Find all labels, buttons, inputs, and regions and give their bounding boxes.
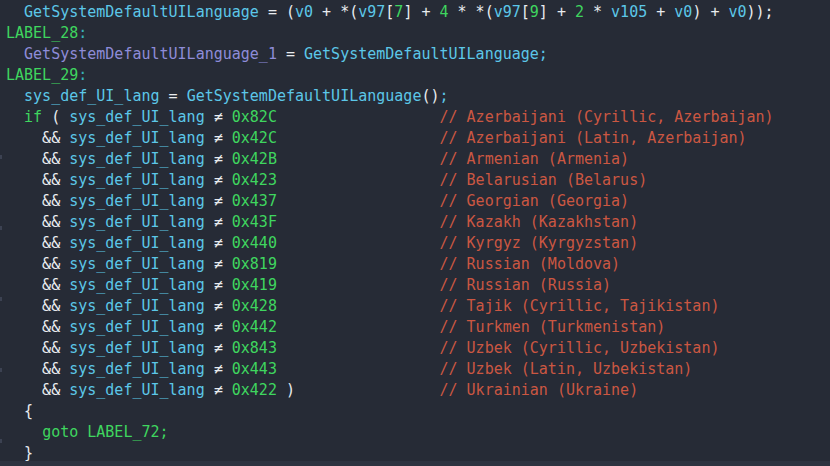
comment-padding (277, 276, 440, 294)
code-token: ≠ (205, 192, 232, 210)
code-token: && (6, 234, 69, 252)
code-token: && (6, 150, 69, 168)
code-token: v0 (729, 3, 747, 21)
code-token: [ (385, 3, 394, 21)
code-token: 0x419 (232, 276, 277, 294)
code-line[interactable]: GetSystemDefaultUILanguage_1 = GetSystem… (6, 44, 830, 65)
code-token: ) + (692, 3, 728, 21)
code-line[interactable]: && sys_def_UI_lang ≠ 0x422 ) // Ukrainia… (6, 380, 830, 401)
code-token: sys_def_UI_lang (69, 276, 204, 294)
code-line[interactable]: && sys_def_UI_lang ≠ 0x42B // Armenian (… (6, 149, 830, 170)
code-line[interactable]: && sys_def_UI_lang ≠ 0x419 // Russian (R… (6, 275, 830, 296)
code-token: ≠ (205, 381, 232, 399)
code-token: v0 (295, 3, 313, 21)
code-token: 0x437 (232, 192, 277, 210)
code-token: 0x440 (232, 234, 277, 252)
code-line[interactable]: LABEL_29: (6, 65, 830, 86)
code-comment: // Turkmen (Turkmenistan) (440, 318, 666, 336)
code-token: sys_def_UI_lang (69, 150, 204, 168)
gutter-mark (0, 439, 2, 443)
comment-padding (277, 150, 440, 168)
code-token (6, 3, 24, 21)
code-token: 0x422 (232, 381, 277, 399)
code-token: && (6, 339, 69, 357)
code-token: ≠ (205, 171, 232, 189)
code-token: GetSystemDefaultUILanguage; (304, 45, 548, 63)
code-line[interactable]: && sys_def_UI_lang ≠ 0x43F // Kazakh (Ka… (6, 212, 830, 233)
gutter-mark (0, 226, 2, 230)
code-token: && (6, 171, 69, 189)
code-token: GetSystemDefaultUILanguage (187, 87, 422, 105)
code-line[interactable]: if ( sys_def_UI_lang ≠ 0x82C // Azerbaij… (6, 107, 830, 128)
code-token: if (24, 108, 42, 126)
code-line[interactable]: && sys_def_UI_lang ≠ 0x443 // Uzbek (Lat… (6, 359, 830, 380)
comment-padding (277, 297, 440, 315)
gutter-mark (0, 155, 2, 159)
code-token: && (6, 255, 69, 273)
code-token: GetSystemDefaultUILanguage (24, 3, 259, 21)
code-token: 0x428 (232, 297, 277, 315)
code-comment: // Tajik (Cyrillic, Tajikistan) (440, 297, 720, 315)
code-token: = (160, 87, 187, 105)
comment-padding (277, 339, 440, 357)
code-token: 0x43F (232, 213, 277, 231)
gutter-mark (0, 368, 2, 372)
code-token: sys_def_UI_lang (24, 87, 159, 105)
code-token: ≠ (205, 108, 232, 126)
code-token: ≠ (205, 339, 232, 357)
comment-padding (295, 381, 440, 399)
code-token: * *( (449, 3, 494, 21)
code-line[interactable]: LABEL_28: (6, 23, 830, 44)
code-line[interactable]: && sys_def_UI_lang ≠ 0x428 // Tajik (Cyr… (6, 296, 830, 317)
code-token: 2 (575, 3, 584, 21)
code-line[interactable]: && sys_def_UI_lang ≠ 0x42C // Azerbaijan… (6, 128, 830, 149)
code-token: [ (521, 3, 530, 21)
code-token: ≠ (205, 150, 232, 168)
code-line[interactable]: && sys_def_UI_lang ≠ 0x437 // Georgian (… (6, 191, 830, 212)
comment-padding (277, 171, 440, 189)
code-token: * (584, 3, 611, 21)
code-comment: // Armenian (Armenia) (440, 150, 630, 168)
code-line[interactable]: GetSystemDefaultUILanguage = (v0 + *(v97… (6, 2, 830, 23)
code-comment: // Belarusian (Belarus) (440, 171, 648, 189)
code-line[interactable]: goto LABEL_72; (6, 422, 830, 443)
code-comment: // Uzbek (Latin, Uzbekistan) (440, 360, 693, 378)
code-token: ] + (539, 3, 575, 21)
code-token: && (6, 318, 69, 336)
code-line[interactable]: { (6, 401, 830, 422)
code-token: = ( (259, 3, 295, 21)
code-line[interactable]: && sys_def_UI_lang ≠ 0x423 // Belarusian… (6, 170, 830, 191)
code-token (6, 423, 42, 441)
code-token: GetSystemDefaultUILanguage_1 (24, 45, 277, 63)
code-token: LABEL_72; (87, 423, 168, 441)
code-token: ≠ (205, 318, 232, 336)
code-token: 0x42C (232, 129, 277, 147)
code-token: v97 (494, 3, 521, 21)
code-token: sys_def_UI_lang (69, 381, 204, 399)
code-line[interactable]: && sys_def_UI_lang ≠ 0x442 // Turkmen (T… (6, 317, 830, 338)
pseudocode-view[interactable]: GetSystemDefaultUILanguage = (v0 + *(v97… (0, 2, 830, 464)
code-token: ] + (403, 3, 439, 21)
comment-padding (277, 255, 440, 273)
comment-padding (277, 213, 440, 231)
code-token: 0x443 (232, 360, 277, 378)
code-token: sys_def_UI_lang (69, 339, 204, 357)
code-token: + *( (313, 3, 358, 21)
code-token: sys_def_UI_lang (69, 213, 204, 231)
code-token: ( (42, 108, 69, 126)
code-token: : (78, 66, 87, 84)
code-comment: // Kyrgyz (Kyrgyzstan) (440, 234, 639, 252)
code-line[interactable]: sys_def_UI_lang = GetSystemDefaultUILang… (6, 86, 830, 107)
code-line[interactable]: && sys_def_UI_lang ≠ 0x440 // Kyrgyz (Ky… (6, 233, 830, 254)
comment-padding (277, 129, 440, 147)
partial-next-line-strip (0, 461, 830, 466)
code-token: 0x442 (232, 318, 277, 336)
code-token: 9 (530, 3, 539, 21)
code-line[interactable]: && sys_def_UI_lang ≠ 0x843 // Uzbek (Cyr… (6, 338, 830, 359)
code-token: ≠ (205, 234, 232, 252)
code-comment: // Uzbek (Cyrillic, Uzbekistan) (440, 339, 720, 357)
code-token: && (6, 360, 69, 378)
comment-padding (277, 360, 440, 378)
code-line[interactable]: && sys_def_UI_lang ≠ 0x819 // Russian (M… (6, 254, 830, 275)
code-comment: // Ukrainian (Ukraine) (440, 381, 639, 399)
